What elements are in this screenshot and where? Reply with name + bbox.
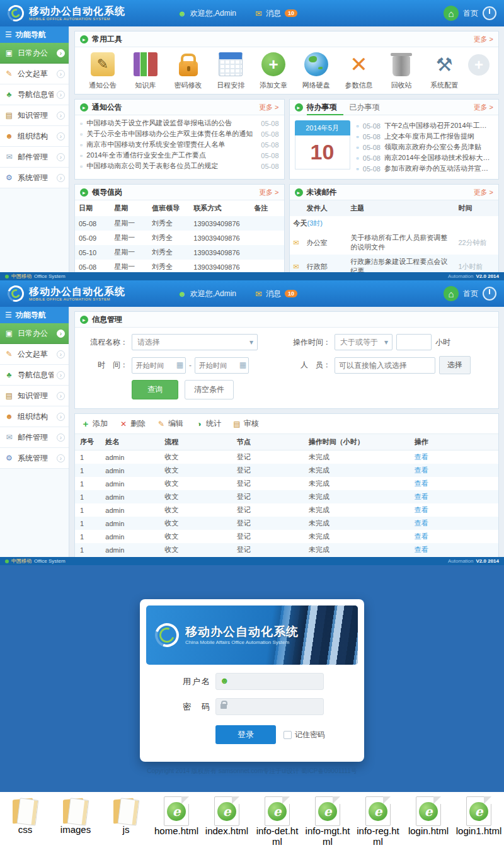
tools-more-link[interactable]: 更多 >: [474, 35, 493, 44]
process-label: 流程名称：: [84, 337, 128, 348]
sidebar-item[interactable]: 公文起草: [0, 64, 69, 84]
toolbar-button[interactable]: 审核: [232, 418, 259, 429]
optime-select[interactable]: 大于或等于: [335, 334, 392, 350]
sidebar-item[interactable]: 知识管理: [0, 105, 69, 126]
clear-button[interactable]: 清空条件: [185, 380, 234, 399]
tool-shortcut[interactable]: 回收站: [382, 52, 420, 90]
home-link[interactable]: 首页: [463, 8, 478, 19]
view-link[interactable]: 查看: [415, 506, 428, 514]
notice-text[interactable]: 中国移动关于设立作风建设监督举报电话的公告: [86, 118, 257, 128]
view-link[interactable]: 查看: [415, 519, 428, 527]
query-button[interactable]: 查询: [132, 380, 178, 399]
sidebar-item[interactable]: 邮件管理: [0, 427, 69, 448]
duty-more-link[interactable]: 更多 >: [259, 188, 278, 197]
sidebar: 功能导航 日常办公 公文起草 导航信息管理 知识管理: [0, 307, 69, 557]
tool-shortcut[interactable]: 网络硬盘: [297, 52, 335, 90]
time-end-input[interactable]: [195, 357, 249, 374]
tool-shortcut[interactable]: 添加文章: [255, 52, 292, 90]
username-field[interactable]: [215, 673, 324, 690]
sidebar-item[interactable]: 系统管理: [0, 168, 69, 188]
time-start-field[interactable]: [132, 357, 186, 374]
tool-shortcut[interactable]: 参数信息: [340, 52, 378, 90]
todo-text[interactable]: 上交本年度市局工作报告提纲: [384, 132, 493, 141]
file-item[interactable]: info-det.html: [252, 796, 302, 855]
todo-text[interactable]: 南京2014年全国移动技术投标大会报名事宜: [384, 153, 493, 163]
todo-text[interactable]: 参加市政府举办的互动活动并宣传单位: [384, 164, 493, 173]
view-link[interactable]: 查看: [415, 532, 428, 540]
todo-more-link[interactable]: 更多 >: [474, 103, 493, 112]
notice-text[interactable]: 南京市中国移动支付系统安全管理责任人名单: [86, 140, 257, 149]
time-end-field[interactable]: [195, 357, 249, 374]
password-field[interactable]: [215, 698, 324, 715]
sidebar-item[interactable]: 组织结构: [0, 126, 69, 147]
mail-subject[interactable]: 行政廉洁形象建设工程要点会议纪要: [346, 255, 454, 272]
toolbar-button[interactable]: 删除: [119, 418, 146, 429]
view-link[interactable]: 查看: [415, 493, 428, 500]
home-link[interactable]: 首页: [463, 289, 478, 299]
logout-power-icon[interactable]: [483, 6, 496, 20]
toolbar-button[interactable]: 添加: [81, 418, 108, 429]
sidebar-item[interactable]: 导航信息管理: [0, 84, 69, 105]
tool-shortcut[interactable]: 通知公告: [84, 52, 122, 90]
mail-subject[interactable]: 关于移动所有工作人员薪资调整的说明文件: [346, 231, 454, 255]
home-icon[interactable]: [444, 286, 459, 301]
tab-todo[interactable]: 待办事项: [307, 100, 343, 115]
home-icon[interactable]: [444, 6, 459, 21]
file-item[interactable]: index.html: [202, 796, 252, 855]
todo-item: 05-08 参加市政府举办的互动活动并宣传单位: [357, 163, 494, 174]
file-item[interactable]: css: [0, 796, 50, 855]
tool-shortcut[interactable]: 系统配置: [425, 52, 463, 90]
todo-text[interactable]: 领取南京政府办公室公务员津贴: [384, 142, 493, 152]
time-start-input[interactable]: [132, 357, 186, 374]
todo-text[interactable]: 下午2点中国移动召开2014年工作会议: [384, 121, 493, 130]
sidebar-item[interactable]: 日常办公: [0, 43, 69, 64]
person-select-button[interactable]: 选择: [439, 356, 471, 374]
notice-text[interactable]: 关于公示全市中国移动办公生产双主体责任名单的通知: [86, 129, 257, 139]
tool-shortcut[interactable]: 密码修改: [169, 52, 207, 90]
notice-text[interactable]: 2014年全市通信行业安全生产工作要点: [86, 151, 257, 160]
login-button[interactable]: 登录: [215, 725, 276, 744]
person-input[interactable]: [335, 357, 435, 374]
notice-text[interactable]: 中国移动南京公司关于表彰各位员工的规定: [86, 161, 257, 171]
sidebar-item-icon: [4, 132, 14, 141]
toolbar-button[interactable]: 统计: [195, 418, 221, 429]
sidebar-item[interactable]: 系统管理: [0, 448, 69, 469]
file-item[interactable]: info-mgt.html: [302, 796, 353, 855]
sidebar-item[interactable]: 导航信息管理: [0, 365, 69, 386]
view-link[interactable]: 查看: [415, 479, 428, 487]
mail-more-link[interactable]: 更多 >: [474, 188, 493, 197]
message-icon[interactable]: [255, 289, 262, 299]
sidebar-item[interactable]: 公文起草: [0, 344, 69, 365]
tool-shortcut[interactable]: 知识库: [127, 52, 164, 90]
optime-input[interactable]: [396, 334, 432, 350]
messages-link[interactable]: 消息: [266, 289, 281, 299]
file-item[interactable]: home.html: [151, 796, 202, 855]
mail-row[interactable]: 办公室 关于移动所有工作人员薪资调整的说明文件 22分钟前: [290, 231, 499, 255]
tool-shortcut[interactable]: 日程安排: [212, 52, 249, 90]
tool-icon: [347, 52, 371, 76]
sidebar-item[interactable]: 邮件管理: [0, 147, 69, 168]
file-item[interactable]: info-reg.html: [353, 796, 403, 855]
view-link[interactable]: 查看: [415, 453, 428, 461]
mail-row[interactable]: 行政部 行政廉洁形象建设工程要点会议纪要 1小时前: [290, 255, 499, 272]
cell-process: 收文: [159, 503, 231, 517]
sidebar-item[interactable]: 日常办公: [0, 323, 69, 344]
col-op: 操作: [410, 434, 498, 450]
tab-done[interactable]: 已办事项: [343, 100, 386, 115]
sidebar-item[interactable]: 组织结构: [0, 406, 69, 427]
add-tool-icon[interactable]: [468, 54, 490, 76]
file-item[interactable]: login1.html: [454, 796, 504, 855]
file-item[interactable]: images: [50, 796, 101, 855]
notices-more-link[interactable]: 更多 >: [259, 103, 278, 112]
view-link[interactable]: 查看: [415, 546, 428, 553]
message-icon[interactable]: [255, 9, 262, 18]
view-link[interactable]: 查看: [415, 466, 428, 474]
messages-link[interactable]: 消息: [266, 8, 281, 19]
remember-checkbox[interactable]: [284, 731, 292, 739]
sidebar-item[interactable]: 知识管理: [0, 386, 69, 406]
file-item[interactable]: js: [101, 796, 151, 855]
file-item[interactable]: login.html: [403, 796, 454, 855]
toolbar-button[interactable]: 编辑: [157, 418, 183, 429]
logout-power-icon[interactable]: [483, 287, 496, 301]
process-select[interactable]: 请选择: [132, 334, 258, 350]
